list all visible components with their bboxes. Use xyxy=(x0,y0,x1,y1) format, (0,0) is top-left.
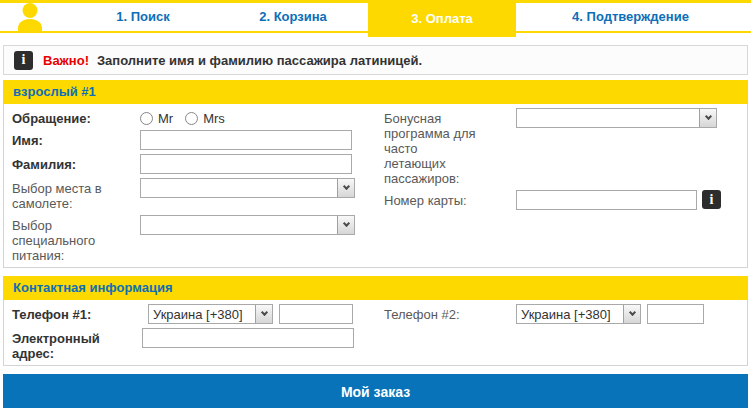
tab-search[interactable]: 1. Поиск xyxy=(68,0,218,33)
bonus-program-select-value xyxy=(517,109,699,127)
card-number-row: Номер карты: i xyxy=(384,190,739,210)
meal-select-value xyxy=(141,216,337,234)
important-notice-bar: i Важно! Заполните имя и фамилию пассажи… xyxy=(3,45,748,75)
meal-row: Выбор специального питания: xyxy=(12,215,370,263)
first-name-row: Имя: xyxy=(12,130,370,150)
tab-confirmation[interactable]: 4. Подтверждение xyxy=(516,0,745,33)
card-number-label: Номер карты: xyxy=(384,190,516,208)
email-input[interactable] xyxy=(142,328,354,348)
passenger-section-title: взрослый #1 xyxy=(3,80,748,104)
phone1-country-select[interactable]: Украина [+380] xyxy=(148,304,273,324)
phone2-country-select-button xyxy=(623,305,640,323)
phone1-country-value: Украина [+380] xyxy=(149,305,255,323)
chevron-down-icon xyxy=(628,309,635,316)
contact-section: Контактная информация Телефон #1: Украин… xyxy=(3,276,748,366)
seat-select-value xyxy=(141,179,337,197)
meal-select[interactable] xyxy=(140,215,355,235)
phone1-label: Телефон #1: xyxy=(12,304,148,324)
first-name-label: Имя: xyxy=(12,130,140,150)
seat-label: Выбор места в самолете: xyxy=(12,178,140,211)
bonus-program-select[interactable] xyxy=(516,108,717,128)
salutation-row: Обращение: Mr Mrs xyxy=(12,108,370,126)
notice-message: Заполните имя и фамилию пассажира латини… xyxy=(97,53,422,68)
seat-select[interactable] xyxy=(140,178,355,198)
card-info-icon[interactable]: i xyxy=(702,190,721,209)
bonus-program-select-button xyxy=(699,109,716,127)
mrs-radio-label: Mrs xyxy=(203,111,225,126)
phone2-number-input[interactable] xyxy=(647,304,704,324)
bonus-program-row: Бонусная программа для часто летающих па… xyxy=(384,108,739,186)
chevron-down-icon xyxy=(704,113,711,120)
phone2-country-select[interactable]: Украина [+380] xyxy=(516,304,641,324)
salutation-radio-group: Mr Mrs xyxy=(140,108,225,126)
phone1-country-select-button xyxy=(255,305,272,323)
last-name-label: Фамилия: xyxy=(12,154,140,174)
phone2-country-value: Украина [+380] xyxy=(517,305,623,323)
passenger-section: взрослый #1 Обращение: Mr Mrs Имя: Фамил… xyxy=(3,80,748,268)
bonus-program-label: Бонусная программа для часто летающих па… xyxy=(384,108,516,186)
phone2-group: Телефон #2: Украина [+380] xyxy=(370,304,739,324)
mrs-radio[interactable] xyxy=(185,112,198,125)
meal-select-button xyxy=(337,216,354,234)
contact-section-title: Контактная информация xyxy=(3,276,748,300)
chevron-down-icon xyxy=(260,309,267,316)
salutation-label: Обращение: xyxy=(12,108,140,126)
last-name-input[interactable] xyxy=(140,154,352,174)
contact-form: Телефон #1: Украина [+380] Телефон #2: У… xyxy=(3,300,748,366)
chevron-down-icon xyxy=(342,183,349,190)
chevron-down-icon xyxy=(342,220,349,227)
email-label: Электронный адрес: xyxy=(12,328,142,361)
tab-payment[interactable]: 3. Оплата xyxy=(368,0,516,37)
first-name-input[interactable] xyxy=(140,130,352,150)
phone1-number-input[interactable] xyxy=(279,304,353,324)
meal-label: Выбор специального питания: xyxy=(12,215,140,263)
phone2-label: Телефон #2: xyxy=(384,304,516,324)
my-order-bar[interactable]: Мой заказ xyxy=(3,374,748,408)
step-tabs: 1. Поиск 2. Корзина 3. Оплата 4. Подтвер… xyxy=(68,0,745,37)
seat-select-button xyxy=(337,179,354,197)
passenger-person-icon xyxy=(14,3,46,32)
phone1-group: Телефон #1: Украина [+380] xyxy=(12,304,370,324)
mr-radio[interactable] xyxy=(140,112,153,125)
tab-cart[interactable]: 2. Корзина xyxy=(218,0,368,33)
email-row: Электронный адрес: xyxy=(12,328,739,361)
my-order-title: Мой заказ xyxy=(341,384,410,400)
passenger-form-left-column: Обращение: Mr Mrs Имя: Фамилия: Выбор ме… xyxy=(12,108,370,263)
passenger-form-right-column: Бонусная программа для часто летающих па… xyxy=(370,108,739,263)
notice-important-label: Важно! xyxy=(43,53,89,68)
info-icon: i xyxy=(14,51,33,70)
seat-row: Выбор места в самолете: xyxy=(12,178,370,211)
mr-radio-label: Mr xyxy=(158,111,173,126)
card-number-input[interactable] xyxy=(516,190,697,210)
phones-row: Телефон #1: Украина [+380] Телефон #2: У… xyxy=(12,304,739,324)
last-name-row: Фамилия: xyxy=(12,154,370,174)
passenger-form: Обращение: Mr Mrs Имя: Фамилия: Выбор ме… xyxy=(3,104,748,268)
steps-header: 1. Поиск 2. Корзина 3. Оплата 4. Подтвер… xyxy=(0,0,751,37)
